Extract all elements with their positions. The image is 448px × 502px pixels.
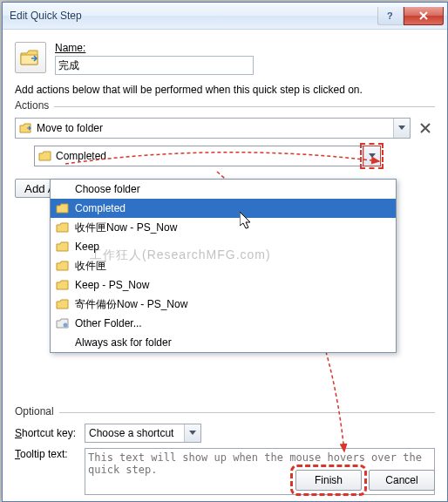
quickstep-icon[interactable]	[15, 42, 46, 73]
shortcut-combo[interactable]: Choose a shortcut	[85, 424, 201, 443]
folder-dropdown-list: Choose folderCompleted收件匣Now - PS_NowKee…	[50, 179, 397, 353]
dropdown-item[interactable]: Always ask for folder	[51, 333, 396, 352]
folder-select-value: Completed	[56, 150, 363, 162]
dropdown-item-label: 收件匣	[75, 259, 106, 274]
optional-group-label: Optional	[15, 405, 59, 417]
window-controls: ?	[377, 7, 444, 24]
dropdown-item[interactable]: Keep	[51, 237, 396, 256]
dropdown-item[interactable]: Keep - PS_Now	[51, 275, 396, 295]
chevron-down-icon[interactable]	[393, 119, 410, 138]
actions-group-label: Actions	[15, 99, 54, 112]
tooltip-label: Tooltip text:	[15, 448, 85, 460]
cancel-button[interactable]: Cancel	[369, 470, 435, 491]
dropdown-item-label: Keep	[75, 241, 99, 253]
chevron-down-icon[interactable]	[184, 424, 200, 442]
dropdown-item[interactable]: 收件匣	[51, 256, 396, 275]
dropdown-item[interactable]: Choose folder	[51, 180, 396, 199]
folder-icon	[56, 220, 70, 234]
name-label: Name:	[55, 42, 435, 54]
folder-select-combo[interactable]: Completed	[34, 146, 381, 166]
folder-icon	[56, 278, 70, 292]
dropdown-item[interactable]: Other Folder...	[51, 314, 396, 333]
dropdown-item-label: Always ask for folder	[75, 336, 172, 349]
name-input[interactable]	[55, 56, 254, 75]
svg-text:?: ?	[387, 10, 393, 21]
dropdown-item[interactable]: Completed	[51, 199, 396, 218]
folder-icon	[56, 259, 70, 273]
folder-icon	[56, 240, 70, 254]
help-button[interactable]: ?	[377, 7, 404, 25]
finish-button[interactable]: Finish	[295, 470, 362, 491]
mouse-cursor-icon	[240, 212, 254, 231]
dropdown-item-label: Completed	[75, 202, 126, 214]
shortcut-key-label: Shortcut key:	[15, 427, 85, 439]
description-text: Add actions below that will be performed…	[15, 84, 435, 96]
other-folder-icon	[56, 316, 70, 330]
action-type-combo[interactable]: Move to folder	[15, 118, 411, 139]
window-title: Edit Quick Step	[10, 10, 377, 22]
dropdown-item-label: Choose folder	[75, 183, 140, 195]
close-button[interactable]	[404, 7, 444, 25]
svg-point-1	[64, 322, 68, 327]
dropdown-item-label: 寄件備份Now - PS_Now	[75, 297, 187, 312]
chevron-down-icon[interactable]	[363, 146, 380, 166]
x-icon	[420, 123, 431, 133]
dropdown-item[interactable]: 收件匣Now - PS_Now	[51, 218, 396, 237]
action-type-value: Move to folder	[37, 122, 393, 134]
shortcut-value: Choose a shortcut	[89, 427, 173, 439]
move-folder-icon	[19, 121, 33, 135]
folder-icon	[56, 297, 70, 311]
folder-icon	[38, 149, 52, 163]
titlebar: Edit Quick Step ?	[3, 3, 447, 30]
dropdown-item[interactable]: 寄件備份Now - PS_Now	[51, 295, 396, 314]
move-folder-icon	[19, 48, 42, 67]
folder-icon	[56, 201, 70, 215]
dropdown-item-label: 收件匣Now - PS_Now	[75, 220, 177, 235]
dialog-footer: Finish Cancel	[295, 470, 435, 491]
close-icon	[418, 11, 429, 20]
dialog-window: Edit Quick Step ? Name: Ad	[2, 2, 448, 502]
dropdown-item-label: Other Folder...	[75, 317, 142, 329]
delete-action-button[interactable]	[416, 119, 435, 138]
dropdown-item-label: Keep - PS_Now	[75, 279, 149, 291]
